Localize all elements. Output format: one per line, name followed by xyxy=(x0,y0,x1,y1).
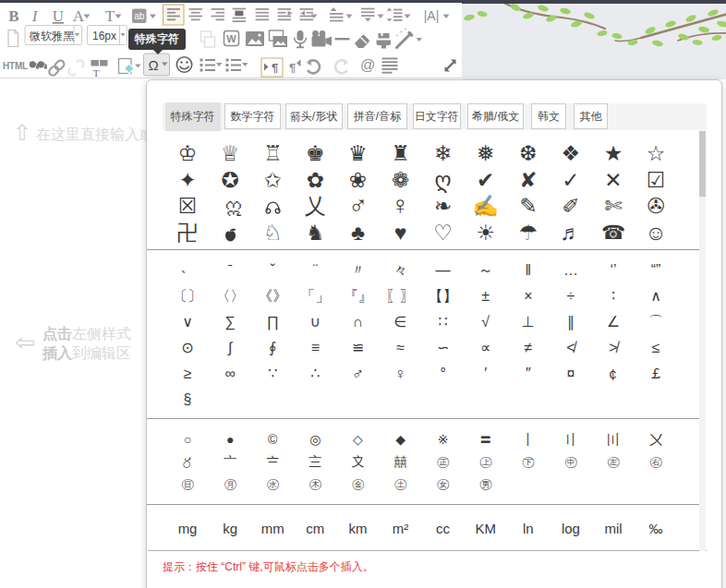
svg-text:B: B xyxy=(8,7,18,25)
svg-text:微软雅黑: 微软雅黑 xyxy=(29,30,75,42)
svg-text:U: U xyxy=(53,7,64,25)
svg-text:16px: 16px xyxy=(92,30,116,42)
svg-text:W: W xyxy=(226,33,236,44)
svg-text:Ω: Ω xyxy=(148,57,158,73)
svg-text:¶: ¶ xyxy=(272,61,278,75)
svg-text:@: @ xyxy=(360,57,375,73)
svg-text:T: T xyxy=(105,7,115,25)
svg-text:T: T xyxy=(93,67,100,78)
svg-text:I: I xyxy=(31,7,39,25)
svg-text:A: A xyxy=(73,7,85,25)
svg-text:ab: ab xyxy=(134,11,145,21)
svg-text:HTML: HTML xyxy=(3,61,28,71)
svg-text:¶: ¶ xyxy=(289,61,296,75)
svg-text:|A|: |A| xyxy=(424,8,440,23)
